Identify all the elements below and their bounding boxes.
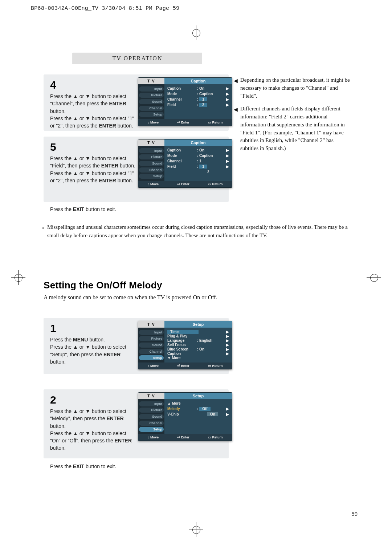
- step-1-text: Press the MENU button. Press the ▲ or ▼ …: [50, 336, 137, 365]
- step-2-text: Press the ▲ or ▼ button to select "Melod…: [50, 408, 137, 452]
- bullet-icon: •: [42, 224, 44, 232]
- doc-header-line: BP68-00342A-00Eng_TV 3/30/04 8:51 PM Pag…: [31, 5, 179, 12]
- exit-line-1: Press the EXIT button to exit.: [50, 206, 116, 212]
- osd-setup-melody: T VSetup Input Picture Sound Channel Set…: [138, 392, 232, 441]
- note-bullet: • Misspellings and unusual characters so…: [47, 223, 352, 239]
- left-arrow-icon: ◀: [234, 77, 238, 85]
- osd-caption-field: T VCaption Input Picture Sound Channel S…: [138, 139, 232, 188]
- step-4-text: Press the ▲ or ▼ button to select "Chann…: [50, 93, 137, 129]
- left-arrow-icon: ◀: [234, 106, 238, 113]
- section-title: TV OPERATION: [113, 55, 163, 62]
- page-number: 59: [351, 511, 358, 517]
- exit-line-2: Press the EXIT button to exit.: [50, 463, 116, 469]
- heading-melody: Setting the On/Off Melody: [44, 280, 162, 291]
- heading-melody-sub: A melody sound can be set to come on whe…: [44, 294, 217, 301]
- step-5-text: Press the ▲ or ▼ button to select "Field…: [50, 155, 137, 184]
- section-title-bar: TV OPERATION: [73, 53, 202, 64]
- side-notes: ◀Depending on the particular broadcast, …: [240, 76, 353, 158]
- osd-setup-1: T VSetup Input Picture Sound Channel Set…: [138, 321, 232, 369]
- osd-caption-channel: T VCaption Input Picture Sound Channel S…: [138, 77, 232, 126]
